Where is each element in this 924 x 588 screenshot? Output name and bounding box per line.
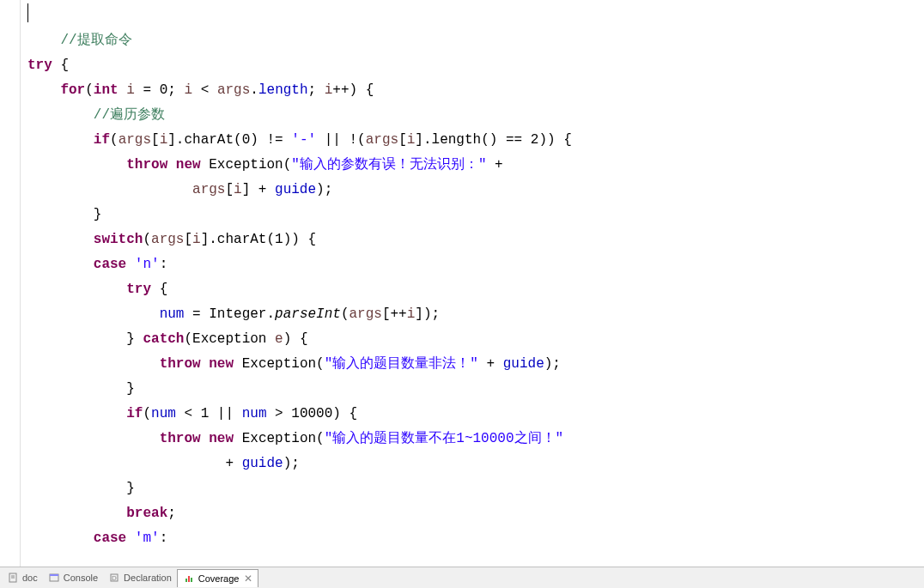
keyword-new: new [176, 157, 201, 173]
svg-rect-8 [188, 576, 190, 582]
char-n: 'n' [135, 257, 160, 272]
var-args: args [217, 82, 250, 98]
tab-doc[interactable]: doc [2, 569, 43, 586]
class-Integer: Integer [209, 306, 266, 322]
method-charAt: charAt [217, 232, 267, 247]
num-zero: 0 [242, 132, 251, 148]
tab-label: Declaration [124, 573, 172, 583]
field-guide: guide [275, 182, 316, 197]
class-Exception: Exception [242, 431, 316, 446]
num-one: 1 [201, 406, 210, 421]
keyword-try: try [27, 58, 52, 73]
method-parseInt: parseInt [275, 306, 341, 322]
field-guide: guide [242, 456, 283, 471]
var-args: args [119, 132, 151, 148]
editor-gutter [0, 0, 21, 567]
var-i: i [192, 232, 201, 247]
code-comment: //遍历参数 [94, 107, 165, 123]
num-tenk: 10000 [291, 406, 332, 421]
keyword-throw: throw [160, 431, 201, 446]
class-Exception: Exception [192, 331, 266, 347]
num-two: 2 [531, 132, 539, 148]
keyword-if: if [94, 132, 110, 148]
keyword-throw: throw [160, 356, 201, 372]
field-num: num [151, 406, 176, 421]
keyword-case: case [94, 530, 126, 546]
tab-declaration[interactable]: D Declaration [103, 569, 177, 586]
var-i: i [234, 182, 242, 197]
keyword-try: try [126, 282, 151, 297]
char-m: 'm' [135, 530, 160, 546]
var-args: args [192, 182, 225, 197]
method-length: length [432, 132, 482, 148]
class-Exception: Exception [209, 157, 283, 173]
doc-icon [7, 572, 19, 584]
string-literal: "输入的题目数量非法！" [325, 356, 478, 372]
string-literal: "输入的参数有误！无法识别：" [291, 157, 486, 173]
tab-label: Coverage [198, 573, 240, 584]
var-args: args [151, 232, 184, 247]
char-dash: '-' [291, 132, 316, 148]
var-e: e [275, 331, 283, 347]
text-cursor [27, 3, 28, 22]
var-args: args [366, 132, 398, 148]
string-literal: "输入的题目数量不在1~10000之间！" [325, 431, 563, 446]
console-icon [48, 572, 60, 584]
var-i: i [160, 132, 168, 148]
keyword-new: new [209, 356, 234, 372]
tab-label: Console [64, 573, 98, 583]
var-i: i [407, 306, 416, 322]
keyword-case: case [94, 257, 126, 272]
tab-console[interactable]: Console [43, 569, 103, 586]
keyword-if: if [126, 406, 143, 421]
field-guide: guide [503, 356, 544, 372]
var-i: i [407, 132, 416, 148]
tab-label: doc [22, 573, 38, 583]
svg-rect-4 [50, 574, 58, 576]
var-args: args [350, 306, 382, 322]
field-length: length [258, 82, 308, 98]
code-editor[interactable]: //提取命令 try { for(int i = 0; i < args.len… [0, 0, 924, 567]
var-i: i [126, 82, 135, 98]
field-num: num [160, 306, 185, 322]
var-i: i [184, 82, 192, 98]
keyword-new: new [209, 431, 234, 446]
num-one: 1 [275, 232, 283, 247]
keyword-catch: catch [143, 331, 184, 347]
code-comment: //提取命令 [60, 33, 131, 48]
keyword-break: break [126, 506, 167, 521]
svg-rect-9 [191, 578, 192, 582]
code-content[interactable]: //提取命令 try { for(int i = 0; i < args.len… [21, 0, 572, 567]
close-icon[interactable]: ✕ [244, 573, 252, 585]
field-num: num [242, 406, 267, 421]
tab-coverage[interactable]: Coverage ✕ [177, 569, 259, 587]
keyword-for: for [60, 82, 85, 98]
class-Exception: Exception [242, 356, 316, 372]
svg-rect-7 [185, 579, 187, 582]
method-charAt: charAt [184, 132, 234, 148]
declaration-icon: D [108, 572, 120, 584]
keyword-int: int [94, 82, 119, 98]
svg-text:D: D [112, 574, 117, 582]
bottom-tab-bar: doc Console D Declaration Coverage ✕ [0, 567, 924, 588]
num-zero: 0 [160, 82, 168, 98]
keyword-switch: switch [94, 232, 143, 247]
keyword-throw: throw [126, 157, 167, 173]
coverage-icon [183, 573, 195, 585]
var-i: i [325, 82, 333, 98]
